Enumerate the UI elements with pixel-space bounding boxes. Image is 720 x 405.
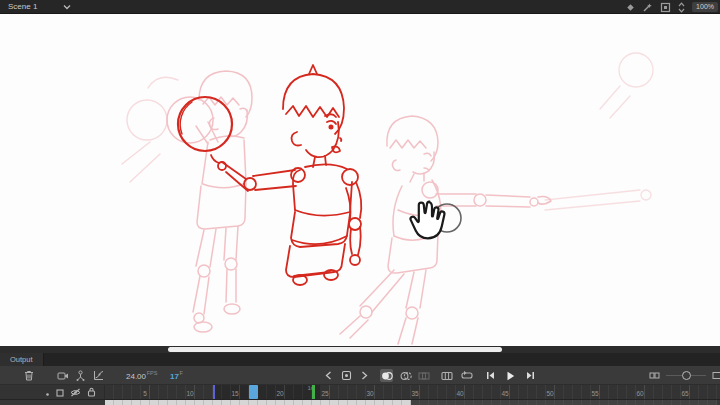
ruler-frame-31[interactable] — [375, 385, 384, 399]
layer-frame-63[interactable] — [663, 400, 672, 405]
stage-canvas[interactable] — [0, 14, 720, 346]
layer-frame-20[interactable] — [276, 400, 285, 405]
layer-frame-51[interactable] — [555, 400, 564, 405]
layer-frame-34[interactable] — [402, 400, 411, 405]
layer-frame-57[interactable] — [609, 400, 618, 405]
layer-frame-7[interactable] — [159, 400, 168, 405]
stage-horizontal-scrollbar[interactable] — [0, 346, 720, 353]
layer-frame-37[interactable] — [429, 400, 438, 405]
layer-frame-42[interactable] — [474, 400, 483, 405]
previous-keyframe-button[interactable] — [322, 369, 335, 382]
layer-frame-50[interactable] — [546, 400, 555, 405]
layer-frame-65[interactable] — [681, 400, 690, 405]
layer-frame-40[interactable] — [456, 400, 465, 405]
ruler-frame-12[interactable] — [204, 385, 213, 399]
graph-editor-icon[interactable] — [92, 369, 105, 382]
layer-frame-6[interactable] — [150, 400, 159, 405]
layer-frame-44[interactable] — [492, 400, 501, 405]
layer-frame-33[interactable] — [393, 400, 402, 405]
layer-parenting-icon[interactable] — [74, 369, 87, 382]
layer-frame-47[interactable] — [519, 400, 528, 405]
layer-frame-43[interactable] — [483, 400, 492, 405]
layer-frame-17[interactable] — [249, 400, 258, 405]
layer-frame-38[interactable] — [438, 400, 447, 405]
layer-frame-5[interactable] — [141, 400, 150, 405]
insert-keyframe-button[interactable] — [340, 369, 353, 382]
scrollbar-thumb[interactable] — [168, 347, 502, 352]
layer-frame-61[interactable] — [645, 400, 654, 405]
ruler-frame-27[interactable] — [339, 385, 348, 399]
next-keyframe-button[interactable] — [358, 369, 371, 382]
ruler-frame-57[interactable] — [609, 385, 618, 399]
layer-frame-55[interactable] — [591, 400, 600, 405]
ruler-frame-58[interactable] — [618, 385, 627, 399]
ruler-frame-22[interactable] — [294, 385, 303, 399]
ruler-frame-32[interactable] — [384, 385, 393, 399]
delete-icon[interactable] — [22, 369, 35, 382]
ruler-frame-26[interactable] — [330, 385, 339, 399]
layer-frame-13[interactable] — [213, 400, 222, 405]
ruler-frame-41[interactable] — [465, 385, 474, 399]
layer-frame-60[interactable] — [636, 400, 645, 405]
ruler-frame-38[interactable] — [438, 385, 447, 399]
layer-frame-59[interactable] — [627, 400, 636, 405]
layer-frame-24[interactable] — [312, 400, 321, 405]
ruler-frame-67[interactable] — [699, 385, 708, 399]
layer-frame-4[interactable] — [132, 400, 141, 405]
onion-skin-outlines-button[interactable] — [399, 369, 412, 382]
layer-frame-10[interactable] — [186, 400, 195, 405]
layer-frame-18[interactable] — [258, 400, 267, 405]
camera-icon[interactable] — [56, 369, 69, 382]
ruler-frame-61[interactable] — [645, 385, 654, 399]
layer-frame-9[interactable] — [177, 400, 186, 405]
ruler-frame-68[interactable] — [708, 385, 717, 399]
layer-frame-21[interactable] — [285, 400, 294, 405]
clip-content-icon[interactable] — [660, 2, 671, 13]
ruler-frame-63[interactable] — [663, 385, 672, 399]
chevron-down-icon[interactable] — [63, 4, 71, 10]
layer-frame-36[interactable] — [420, 400, 429, 405]
step-forward-button[interactable] — [524, 369, 537, 382]
loop-playback-button[interactable] — [460, 369, 473, 382]
layer-frame-16[interactable] — [240, 400, 249, 405]
layer-frame-29[interactable] — [357, 400, 366, 405]
ruler-frame-53[interactable] — [573, 385, 582, 399]
layer-frame-67[interactable] — [699, 400, 708, 405]
playhead[interactable] — [249, 385, 258, 399]
play-button[interactable] — [504, 369, 517, 382]
timeline-layer-frames[interactable] — [0, 399, 720, 405]
ruler-frame-18[interactable] — [258, 385, 267, 399]
layer-frame-68[interactable] — [708, 400, 717, 405]
layer-frame-27[interactable] — [339, 400, 348, 405]
ruler-frame-47[interactable] — [519, 385, 528, 399]
ruler-frame-11[interactable] — [195, 385, 204, 399]
ruler-frame-36[interactable] — [420, 385, 429, 399]
layer-frame-39[interactable] — [447, 400, 456, 405]
ruler-frame-42[interactable] — [474, 385, 483, 399]
layer-frame-56[interactable] — [600, 400, 609, 405]
ruler-frame-56[interactable] — [600, 385, 609, 399]
onion-skin-end-marker[interactable] — [312, 385, 315, 399]
layer-frame-8[interactable] — [168, 400, 177, 405]
ruler-frame-37[interactable] — [429, 385, 438, 399]
layer-frame-14[interactable] — [222, 400, 231, 405]
layer-frame-19[interactable] — [267, 400, 276, 405]
edit-multiple-frames-button[interactable] — [417, 369, 430, 382]
step-back-button[interactable] — [484, 369, 497, 382]
onion-skin-button[interactable] — [380, 369, 393, 382]
ruler-frame-62[interactable] — [654, 385, 663, 399]
edit-symbols-icon[interactable] — [626, 3, 635, 12]
timeline-zoom-in-icon[interactable] — [711, 369, 720, 382]
ruler-frame-1[interactable] — [105, 385, 114, 399]
layer-frame-32[interactable] — [384, 400, 393, 405]
ruler-frame-7[interactable] — [159, 385, 168, 399]
layer-frame-15[interactable] — [231, 400, 240, 405]
layer-frame-41[interactable] — [465, 400, 474, 405]
layer-frame-11[interactable] — [195, 400, 204, 405]
layer-frame-1[interactable] — [105, 400, 114, 405]
layer-frame-2[interactable] — [114, 400, 123, 405]
ruler-frame-48[interactable] — [528, 385, 537, 399]
ruler-frame-43[interactable] — [483, 385, 492, 399]
ruler-frame-6[interactable] — [150, 385, 159, 399]
layer-frame-25[interactable] — [321, 400, 330, 405]
